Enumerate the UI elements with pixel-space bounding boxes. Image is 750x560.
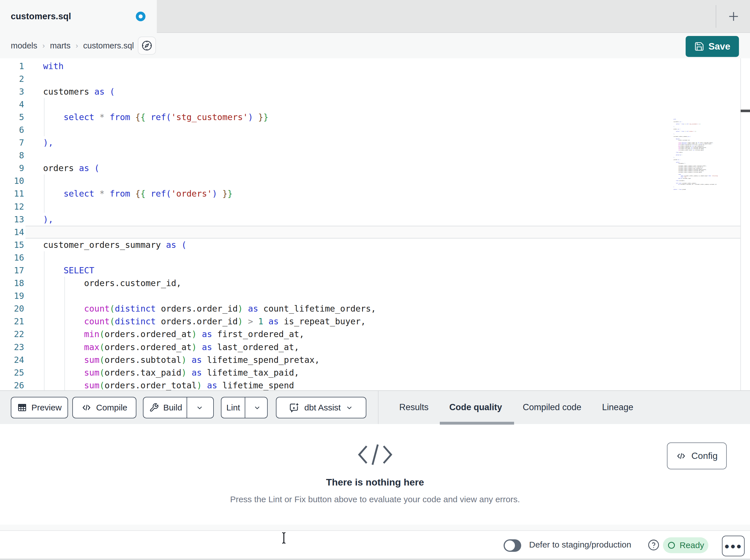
minimap-line: on customers.customer_id = customer_orde… bbox=[673, 184, 719, 185]
scroll-position-marker[interactable] bbox=[741, 110, 750, 112]
breadcrumb-row: models › marts › customers.sql Save bbox=[0, 33, 750, 59]
lineage-compass-button[interactable] bbox=[138, 37, 156, 55]
line-number: 12 bbox=[0, 200, 24, 213]
split-button-divider bbox=[245, 397, 245, 418]
code-line[interactable]: 16 bbox=[0, 251, 750, 264]
preview-button[interactable]: Preview bbox=[11, 397, 68, 418]
tab-compiled-code[interactable]: Compiled code bbox=[522, 402, 581, 412]
line-number: 16 bbox=[0, 251, 24, 264]
code-line[interactable]: 23 max(orders.ordered_at) as last_ordere… bbox=[0, 341, 750, 353]
code-line[interactable]: 3customers as ( bbox=[0, 85, 750, 98]
code-line-content: customer_orders_summary as ( bbox=[43, 238, 186, 251]
breadcrumb-item-marts[interactable]: marts bbox=[50, 41, 71, 50]
split-button-divider bbox=[186, 397, 187, 418]
dbt-assist-button[interactable]: dbt Assist bbox=[276, 397, 366, 418]
code-line[interactable]: 11 select * from {{ ref('orders') }} bbox=[0, 187, 750, 200]
code-line[interactable]: 7), bbox=[0, 136, 750, 149]
code-line[interactable]: 15customer_orders_summary as ( bbox=[0, 238, 750, 251]
lint-button-label: Lint bbox=[224, 403, 240, 412]
code-line[interactable]: 18 orders.customer_id, bbox=[0, 277, 750, 290]
code-line[interactable]: 25 sum(orders.tax_paid) as lifetime_tax_… bbox=[0, 366, 750, 379]
code-line[interactable]: 13), bbox=[0, 213, 750, 226]
code-line[interactable]: 10 bbox=[0, 174, 750, 187]
code-line-content: sum(orders.subtotal) as lifetime_spend_p… bbox=[43, 353, 320, 366]
code-line[interactable]: 1with bbox=[0, 60, 750, 72]
tab-bar-divider bbox=[716, 5, 716, 28]
code-line[interactable]: 20 count(distinct orders.order_id) as co… bbox=[0, 302, 750, 315]
save-button[interactable]: Save bbox=[686, 36, 739, 57]
code-line[interactable]: 26 sum(orders.order_total) as lifetime_s… bbox=[0, 379, 750, 390]
more-options-button[interactable]: ●●● bbox=[722, 536, 745, 556]
code-line[interactable]: 14 bbox=[0, 226, 750, 238]
code-line[interactable]: 21 count(distinct orders.order_id) > 1 a… bbox=[0, 315, 750, 328]
code-line-content: sum(orders.tax_paid) as lifetime_tax_pai… bbox=[43, 366, 299, 379]
chevron-right-icon: › bbox=[76, 41, 78, 50]
code-line[interactable]: 19 bbox=[0, 290, 750, 302]
dbt-ide-window: customers.sql models › marts › customers… bbox=[0, 0, 750, 560]
chevron-down-icon bbox=[196, 403, 203, 412]
tab-lineage[interactable]: Lineage bbox=[602, 402, 633, 412]
line-number: 19 bbox=[0, 290, 24, 302]
status-bar: Defer to staging/production Ready ●●● bbox=[0, 531, 750, 559]
dbt-assist-button-label: dbt Assist bbox=[304, 403, 340, 412]
build-dropdown-chevron[interactable] bbox=[192, 403, 208, 412]
code-line[interactable]: 8 bbox=[0, 149, 750, 162]
unsaved-changes-indicator-icon bbox=[136, 12, 145, 21]
file-tab-customers-sql[interactable]: customers.sql bbox=[0, 0, 157, 33]
panel-tabs: Results Code quality Compiled code Linea… bbox=[378, 390, 633, 424]
line-number: 18 bbox=[0, 277, 24, 290]
status-badge[interactable]: Ready bbox=[663, 537, 708, 553]
code-editor[interactable]: 1with23customers as (45 select * from {{… bbox=[0, 58, 750, 390]
code-icon bbox=[81, 402, 92, 413]
line-number: 14 bbox=[0, 226, 24, 238]
code-line[interactable]: 17 SELECT bbox=[0, 264, 750, 277]
config-button[interactable]: Config bbox=[667, 442, 727, 469]
code-line[interactable]: 12 bbox=[0, 200, 750, 213]
tab-code-quality[interactable]: Code quality bbox=[449, 402, 502, 412]
code-line-content: count(distinct orders.order_id) > 1 as i… bbox=[43, 315, 366, 328]
code-line[interactable]: 4 bbox=[0, 98, 750, 111]
config-button-label: Config bbox=[691, 451, 718, 461]
code-line-content: with bbox=[43, 60, 63, 72]
code-icon bbox=[676, 451, 686, 461]
code-quality-panel: There is nothing here Press the Lint or … bbox=[0, 424, 750, 524]
compile-button[interactable]: Compile bbox=[72, 397, 136, 418]
chevron-right-icon: › bbox=[42, 41, 45, 50]
code-line[interactable]: 24 sum(orders.subtotal) as lifetime_spen… bbox=[0, 353, 750, 366]
text-cursor-icon bbox=[280, 532, 288, 544]
indent-guide bbox=[44, 98, 44, 136]
code-line[interactable]: 6 bbox=[0, 124, 750, 136]
compass-icon bbox=[141, 40, 153, 51]
code-line[interactable]: 2 bbox=[0, 72, 750, 85]
code-line-content: min(orders.ordered_at) as first_ordered_… bbox=[43, 328, 304, 340]
code-line-content: orders.customer_id, bbox=[43, 277, 181, 290]
code-line[interactable]: 5 select * from {{ ref('stg_customers') … bbox=[0, 111, 750, 124]
line-number: 25 bbox=[0, 366, 24, 379]
defer-label: Defer to staging/production bbox=[529, 531, 631, 559]
file-tab-title: customers.sql bbox=[11, 11, 71, 22]
status-badge-label: Ready bbox=[680, 540, 704, 550]
indent-guide bbox=[44, 251, 44, 390]
line-number: 4 bbox=[0, 98, 24, 111]
help-question-icon[interactable] bbox=[648, 539, 659, 551]
build-split-button[interactable]: Build bbox=[143, 397, 214, 418]
lint-dropdown-chevron[interactable] bbox=[250, 403, 264, 412]
code-line-content: count(distinct orders.order_id) as count… bbox=[43, 302, 376, 315]
tab-results[interactable]: Results bbox=[399, 402, 429, 412]
scroll-ruler bbox=[741, 58, 741, 390]
code-line-content: sum(orders.order_total) as lifetime_spen… bbox=[43, 379, 294, 390]
breadcrumb-item-models[interactable]: models bbox=[11, 41, 37, 50]
status-ring-icon bbox=[667, 541, 676, 549]
line-number: 3 bbox=[0, 85, 24, 98]
empty-state: There is nothing here Press the Lint or … bbox=[0, 442, 750, 504]
new-tab-button[interactable] bbox=[723, 6, 745, 27]
panel-bottom-strip bbox=[0, 524, 750, 531]
lint-split-button[interactable]: Lint bbox=[221, 397, 268, 418]
minimap[interactable]: withcustomers as ( select * from {{ ref(… bbox=[673, 119, 719, 190]
code-line-content: ), bbox=[43, 136, 53, 149]
defer-toggle[interactable] bbox=[504, 539, 521, 552]
code-line[interactable]: 9orders as ( bbox=[0, 162, 750, 174]
plus-icon bbox=[727, 10, 740, 23]
code-line[interactable]: 22 min(orders.ordered_at) as first_order… bbox=[0, 328, 750, 340]
toggle-knob bbox=[505, 540, 515, 551]
